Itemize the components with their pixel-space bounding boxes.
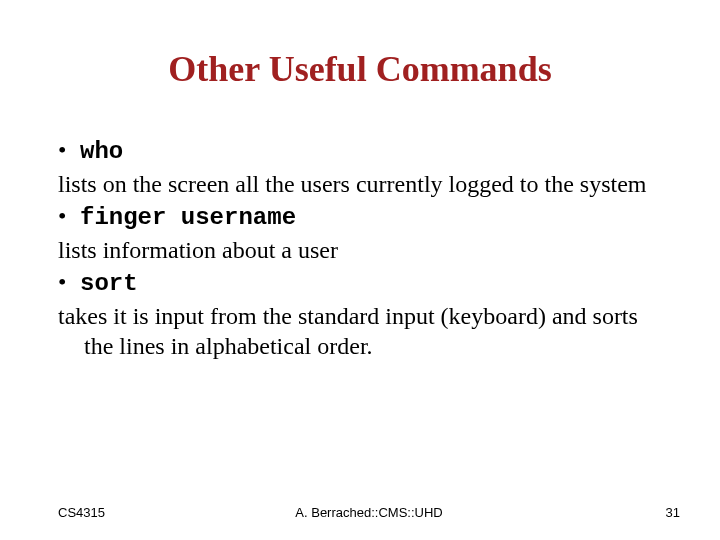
command-description: lists information about a user (58, 235, 668, 265)
bullet-item: •finger username (58, 201, 668, 233)
bullet-item: •who (58, 135, 668, 167)
command-description: lists on the screen all the users curren… (58, 169, 668, 199)
bullet-item: •sort (58, 267, 668, 299)
slide-title: Other Useful Commands (0, 48, 720, 90)
command-text: finger username (80, 204, 296, 231)
footer-author: A. Berrached::CMS::UHD (58, 505, 680, 520)
slide: Other Useful Commands •who lists on the … (0, 0, 720, 540)
bullet-dot: • (58, 267, 80, 297)
footer-page: 31 (666, 505, 680, 520)
bullet-dot: • (58, 201, 80, 231)
command-text: sort (80, 270, 138, 297)
command-text: who (80, 138, 123, 165)
slide-body: •who lists on the screen all the users c… (58, 135, 668, 363)
bullet-dot: • (58, 135, 80, 165)
command-description: takes it is input from the standard inpu… (58, 301, 668, 361)
